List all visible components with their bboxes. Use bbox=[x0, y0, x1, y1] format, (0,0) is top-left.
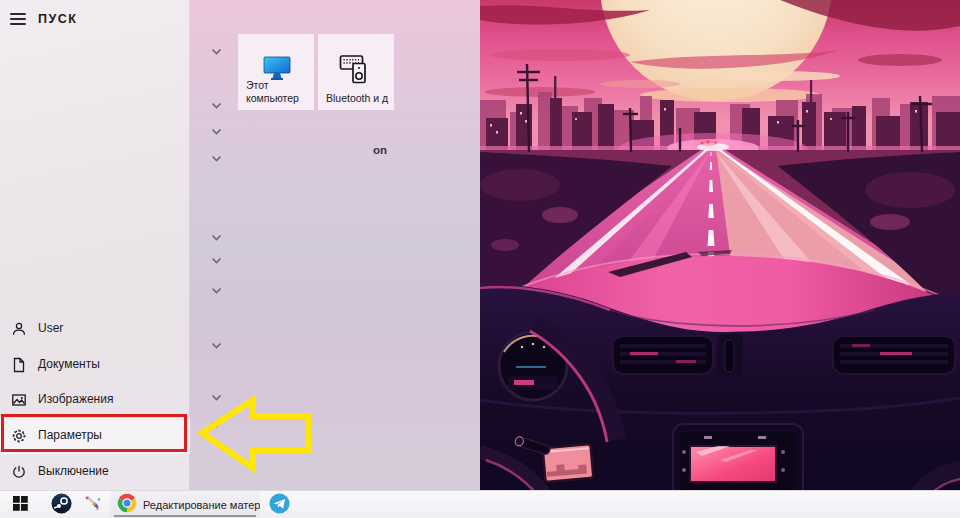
steam-icon bbox=[51, 493, 72, 518]
tile-label: Этот компьютер bbox=[246, 79, 309, 105]
app-list-name-fragment: on bbox=[373, 144, 387, 156]
bluetooth-devices-icon bbox=[339, 53, 372, 91]
chevron-down-icon[interactable] bbox=[211, 250, 222, 257]
hamburger-menu-icon[interactable] bbox=[10, 13, 26, 26]
active-task-indicator bbox=[114, 515, 256, 517]
screen: on Этот компьютер bbox=[0, 0, 960, 518]
document-icon bbox=[11, 357, 27, 373]
sidebar-item-power[interactable]: Выключение bbox=[0, 454, 190, 490]
chevron-down-icon[interactable] bbox=[211, 335, 222, 342]
chrome-icon bbox=[117, 493, 137, 517]
taskbar-telegram-button[interactable] bbox=[266, 491, 292, 518]
chevron-down-icon[interactable] bbox=[211, 414, 222, 421]
chevron-down-icon[interactable] bbox=[211, 95, 222, 102]
desktop-wallpaper bbox=[480, 0, 960, 518]
user-icon bbox=[11, 321, 27, 337]
chrome-task-title: Редактирование материа... bbox=[143, 499, 260, 511]
sidebar-item-label: Документы bbox=[38, 357, 100, 371]
chevron-down-icon[interactable] bbox=[211, 280, 222, 287]
synthwave-wallpaper-art bbox=[480, 0, 960, 518]
sidebar-item-label: Параметры bbox=[38, 428, 102, 442]
tile-bluetooth-devices[interactable]: Bluetooth и д... bbox=[318, 34, 394, 110]
sidebar-item-label: Выключение bbox=[38, 464, 109, 478]
sidebar-item-user[interactable]: User bbox=[0, 311, 190, 347]
chevron-down-icon[interactable] bbox=[211, 387, 222, 394]
sidebar-item-label: User bbox=[38, 321, 63, 335]
sidebar-item-settings[interactable]: Параметры bbox=[0, 418, 190, 454]
windows-logo-icon bbox=[13, 496, 28, 515]
chevron-down-icon[interactable] bbox=[211, 227, 222, 234]
chevron-down-icon[interactable] bbox=[211, 148, 222, 155]
gear-icon bbox=[11, 428, 27, 444]
sidebar-item-label: Изображения bbox=[38, 392, 113, 406]
taskbar: Редактирование материа... bbox=[0, 490, 960, 518]
paint-brush-icon bbox=[83, 493, 103, 517]
sidebar-item-pictures[interactable]: Изображения bbox=[0, 382, 190, 418]
taskbar-paint-button[interactable] bbox=[80, 491, 106, 518]
taskbar-steam-button[interactable] bbox=[48, 491, 74, 518]
start-button[interactable] bbox=[4, 491, 36, 518]
sidebar-item-documents[interactable]: Документы bbox=[0, 347, 190, 383]
power-icon bbox=[11, 464, 27, 480]
pictures-icon bbox=[11, 392, 27, 408]
start-menu-title: ПУСК bbox=[38, 12, 77, 26]
telegram-icon bbox=[269, 493, 290, 518]
chevron-down-icon[interactable] bbox=[211, 41, 222, 48]
tile-this-pc[interactable]: Этот компьютер bbox=[238, 34, 314, 110]
tile-label: Bluetooth и д... bbox=[326, 92, 389, 105]
start-menu-sidebar: ПУСК User Документы Изображения bbox=[0, 0, 190, 490]
chevron-down-icon[interactable] bbox=[211, 121, 222, 128]
taskbar-chrome-task[interactable]: Редактирование материа... bbox=[110, 491, 260, 518]
